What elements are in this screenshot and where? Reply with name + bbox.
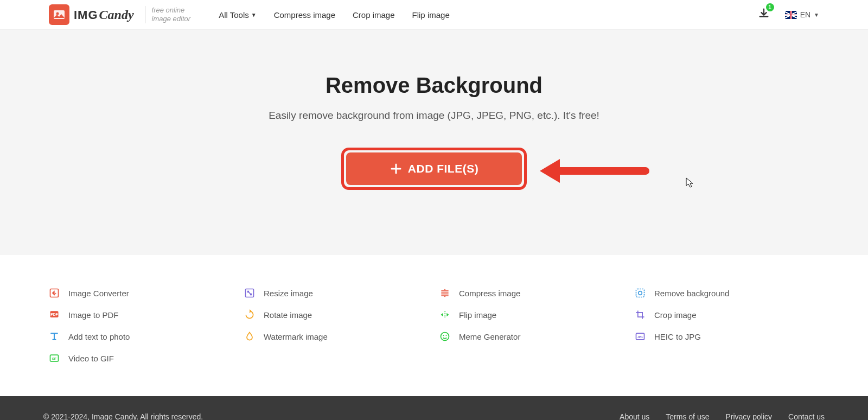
tool-gif[interactable]: GIFVideo to GIF <box>49 353 233 364</box>
svg-point-9 <box>443 335 444 336</box>
svg-point-1 <box>56 12 59 15</box>
svg-text:JPG: JPG <box>637 335 643 339</box>
resize-icon <box>244 288 255 298</box>
flip-icon <box>439 309 450 320</box>
nav: All Tools ▼ Compress image Crop image Fl… <box>219 10 450 20</box>
tool-watermark[interactable]: Watermark image <box>244 331 429 342</box>
logo[interactable]: IMG Candy free online image editor <box>49 4 190 25</box>
footer-contact[interactable]: Contact us <box>788 412 825 420</box>
tool-convert[interactable]: Image Converter <box>49 288 233 298</box>
language-selector[interactable]: EN ▼ <box>785 10 819 19</box>
download-indicator[interactable]: 1 <box>758 8 770 22</box>
tool-crop[interactable]: Crop image <box>635 309 819 320</box>
hero: Remove Background Easily remove backgrou… <box>0 30 868 255</box>
logo-text-candy: Candy <box>99 8 134 22</box>
tool-heic[interactable]: JPGHEIC to JPG <box>635 331 819 342</box>
svg-point-8 <box>441 333 449 341</box>
tool-label: HEIC to JPG <box>654 332 701 341</box>
tool-label: Remove background <box>654 289 729 298</box>
tool-label: Image Converter <box>68 289 129 298</box>
cursor-icon <box>686 177 694 188</box>
rotate-icon <box>244 309 255 320</box>
compress-icon <box>439 288 450 298</box>
tool-meme[interactable]: Meme Generator <box>439 331 624 342</box>
nav-compress[interactable]: Compress image <box>274 10 335 20</box>
tool-rotate[interactable]: Rotate image <box>244 309 429 320</box>
logo-text-img: IMG <box>74 8 98 22</box>
page-subtitle: Easily remove background from image (JPG… <box>0 110 868 122</box>
tool-label: Resize image <box>264 289 313 298</box>
tool-label: Rotate image <box>264 310 312 320</box>
tool-label: Image to PDF <box>68 310 119 320</box>
svg-text:PDF: PDF <box>50 313 58 316</box>
footer-privacy[interactable]: Privacy policy <box>725 412 772 420</box>
nav-crop[interactable]: Crop image <box>353 10 395 20</box>
svg-point-5 <box>639 291 642 295</box>
tool-flip[interactable]: Flip image <box>439 309 624 320</box>
annotation-arrow <box>537 155 651 187</box>
flag-uk-icon <box>785 11 797 19</box>
lang-label: EN <box>800 10 810 19</box>
page-title: Remove Background <box>0 73 868 98</box>
tool-label: Crop image <box>654 310 697 320</box>
add-file-highlight: ADD FILE(S) <box>341 148 527 190</box>
heic-icon: JPG <box>635 331 646 342</box>
logo-icon <box>49 4 69 25</box>
add-file-button[interactable]: ADD FILE(S) <box>346 152 522 185</box>
footer-about[interactable]: About us <box>620 412 649 420</box>
tool-label: Compress image <box>459 289 520 298</box>
header: IMG Candy free online image editor All T… <box>0 0 868 30</box>
gif-icon: GIF <box>49 353 60 364</box>
tool-compress[interactable]: Compress image <box>439 288 624 298</box>
plus-icon <box>390 162 403 175</box>
footer-terms[interactable]: Terms of use <box>666 412 709 420</box>
tool-label: Watermark image <box>264 332 328 341</box>
svg-text:GIF: GIF <box>52 357 56 360</box>
tool-resize[interactable]: Resize image <box>244 288 429 298</box>
svg-point-10 <box>446 335 447 336</box>
pdf-icon: PDF <box>49 309 60 320</box>
tool-pdf[interactable]: PDFImage to PDF <box>49 309 233 320</box>
tool-label: Meme Generator <box>459 332 520 341</box>
text-icon <box>49 331 60 342</box>
crop-icon <box>635 309 646 320</box>
convert-icon <box>49 288 60 298</box>
tool-label: Flip image <box>459 310 496 320</box>
nav-flip[interactable]: Flip image <box>412 10 450 20</box>
tools-section: Image ConverterResize imageCompress imag… <box>0 255 868 396</box>
tool-label: Add text to photo <box>68 332 130 341</box>
tool-label: Video to GIF <box>68 354 114 363</box>
watermark-icon <box>244 331 255 342</box>
tool-removebg[interactable]: Remove background <box>635 288 819 298</box>
chevron-down-icon: ▼ <box>814 12 819 18</box>
removebg-icon <box>635 288 646 298</box>
svg-rect-4 <box>636 289 644 297</box>
footer: © 2021-2024, Image Candy. All rights res… <box>0 396 868 420</box>
download-badge: 1 <box>766 3 774 11</box>
chevron-down-icon: ▼ <box>251 12 257 18</box>
tool-text[interactable]: Add text to photo <box>49 331 233 342</box>
copyright: © 2021-2024, Image Candy. All rights res… <box>43 412 203 420</box>
logo-tagline: free online image editor <box>145 6 191 23</box>
nav-all-tools[interactable]: All Tools ▼ <box>219 10 257 20</box>
meme-icon <box>439 331 450 342</box>
